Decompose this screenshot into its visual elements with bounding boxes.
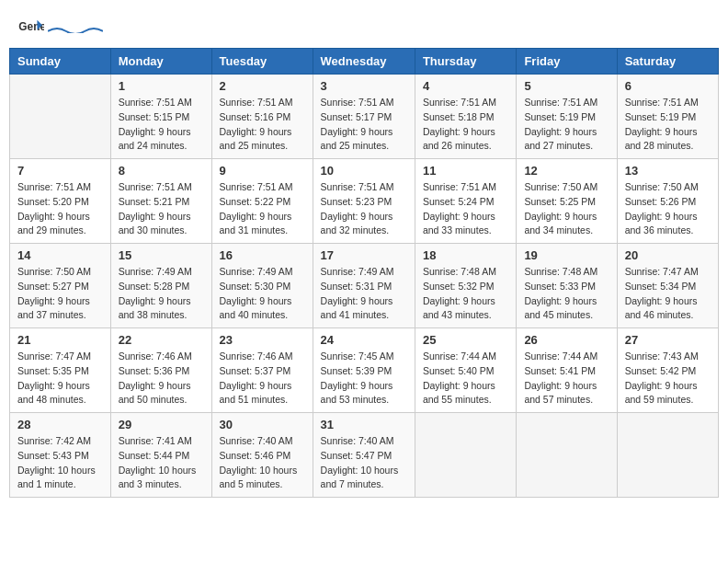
day-detail: Sunrise: 7:51 AM Sunset: 5:16 PM Dayligh… bbox=[220, 96, 305, 154]
day-detail: Sunrise: 7:43 AM Sunset: 5:42 PM Dayligh… bbox=[625, 350, 711, 408]
day-detail: Sunrise: 7:46 AM Sunset: 5:37 PM Dayligh… bbox=[220, 350, 305, 408]
day-cell: 6Sunrise: 7:51 AM Sunset: 5:19 PM Daylig… bbox=[617, 75, 718, 159]
header: General bbox=[9, 9, 719, 43]
day-detail: Sunrise: 7:48 AM Sunset: 5:32 PM Dayligh… bbox=[423, 265, 508, 323]
day-cell bbox=[10, 75, 111, 159]
day-cell: 14Sunrise: 7:50 AM Sunset: 5:27 PM Dayli… bbox=[10, 244, 111, 328]
day-detail: Sunrise: 7:51 AM Sunset: 5:19 PM Dayligh… bbox=[625, 96, 711, 154]
day-cell: 15Sunrise: 7:49 AM Sunset: 5:28 PM Dayli… bbox=[110, 244, 211, 328]
day-cell: 3Sunrise: 7:51 AM Sunset: 5:17 PM Daylig… bbox=[313, 75, 415, 159]
weekday-header-wednesday: Wednesday bbox=[313, 49, 415, 75]
day-cell: 26Sunrise: 7:44 AM Sunset: 5:41 PM Dayli… bbox=[517, 328, 617, 413]
day-detail: Sunrise: 7:51 AM Sunset: 5:24 PM Dayligh… bbox=[423, 180, 508, 238]
day-detail: Sunrise: 7:49 AM Sunset: 5:31 PM Dayligh… bbox=[321, 265, 407, 323]
day-detail: Sunrise: 7:42 AM Sunset: 5:43 PM Dayligh… bbox=[17, 434, 103, 492]
day-number: 12 bbox=[524, 164, 609, 178]
day-number: 25 bbox=[423, 333, 508, 347]
week-row-3: 14Sunrise: 7:50 AM Sunset: 5:27 PM Dayli… bbox=[10, 244, 719, 328]
day-detail: Sunrise: 7:51 AM Sunset: 5:19 PM Dayligh… bbox=[524, 96, 609, 154]
day-detail: Sunrise: 7:50 AM Sunset: 5:27 PM Dayligh… bbox=[17, 265, 103, 323]
day-cell: 9Sunrise: 7:51 AM Sunset: 5:22 PM Daylig… bbox=[211, 159, 313, 244]
week-row-5: 28Sunrise: 7:42 AM Sunset: 5:43 PM Dayli… bbox=[10, 413, 719, 498]
day-cell: 28Sunrise: 7:42 AM Sunset: 5:43 PM Dayli… bbox=[10, 413, 111, 498]
weekday-header-thursday: Thursday bbox=[415, 49, 516, 75]
day-detail: Sunrise: 7:46 AM Sunset: 5:36 PM Dayligh… bbox=[119, 350, 204, 408]
day-cell: 2Sunrise: 7:51 AM Sunset: 5:16 PM Daylig… bbox=[211, 75, 313, 159]
day-detail: Sunrise: 7:40 AM Sunset: 5:47 PM Dayligh… bbox=[321, 434, 407, 492]
day-number: 29 bbox=[119, 418, 204, 431]
day-cell: 22Sunrise: 7:46 AM Sunset: 5:36 PM Dayli… bbox=[110, 328, 211, 413]
day-cell: 17Sunrise: 7:49 AM Sunset: 5:31 PM Dayli… bbox=[313, 244, 415, 328]
day-cell: 13Sunrise: 7:50 AM Sunset: 5:26 PM Dayli… bbox=[617, 159, 718, 244]
day-number: 10 bbox=[321, 164, 407, 178]
day-detail: Sunrise: 7:44 AM Sunset: 5:40 PM Dayligh… bbox=[423, 350, 508, 408]
day-number: 5 bbox=[524, 79, 609, 93]
day-detail: Sunrise: 7:47 AM Sunset: 5:34 PM Dayligh… bbox=[625, 265, 711, 323]
day-number: 8 bbox=[119, 164, 204, 178]
day-cell: 5Sunrise: 7:51 AM Sunset: 5:19 PM Daylig… bbox=[517, 75, 617, 159]
day-number: 28 bbox=[17, 418, 103, 431]
day-cell: 16Sunrise: 7:49 AM Sunset: 5:30 PM Dayli… bbox=[211, 244, 313, 328]
weekday-header-friday: Friday bbox=[517, 49, 617, 75]
day-number: 19 bbox=[524, 248, 609, 262]
day-number: 15 bbox=[119, 248, 204, 262]
day-number: 7 bbox=[17, 164, 103, 178]
day-number: 4 bbox=[423, 79, 508, 93]
day-number: 21 bbox=[17, 333, 103, 347]
day-cell: 30Sunrise: 7:40 AM Sunset: 5:46 PM Dayli… bbox=[211, 413, 313, 498]
day-number: 11 bbox=[423, 164, 508, 178]
weekday-header-saturday: Saturday bbox=[617, 49, 718, 75]
day-number: 3 bbox=[321, 79, 407, 93]
day-number: 16 bbox=[220, 248, 305, 262]
week-row-2: 7Sunrise: 7:51 AM Sunset: 5:20 PM Daylig… bbox=[10, 159, 719, 244]
logo-icon: General bbox=[18, 18, 44, 39]
day-detail: Sunrise: 7:51 AM Sunset: 5:23 PM Dayligh… bbox=[321, 180, 407, 238]
day-number: 1 bbox=[119, 79, 204, 93]
weekday-header-monday: Monday bbox=[110, 49, 211, 75]
day-number: 27 bbox=[625, 333, 711, 347]
day-number: 2 bbox=[220, 79, 305, 93]
day-number: 9 bbox=[220, 164, 305, 178]
day-cell: 23Sunrise: 7:46 AM Sunset: 5:37 PM Dayli… bbox=[211, 328, 313, 413]
day-detail: Sunrise: 7:50 AM Sunset: 5:26 PM Dayligh… bbox=[625, 180, 711, 238]
weekday-header-row: SundayMondayTuesdayWednesdayThursdayFrid… bbox=[10, 49, 719, 75]
day-number: 14 bbox=[17, 248, 103, 262]
day-detail: Sunrise: 7:51 AM Sunset: 5:20 PM Dayligh… bbox=[17, 180, 103, 238]
day-cell: 4Sunrise: 7:51 AM Sunset: 5:18 PM Daylig… bbox=[415, 75, 516, 159]
day-detail: Sunrise: 7:47 AM Sunset: 5:35 PM Dayligh… bbox=[17, 350, 103, 408]
day-cell: 20Sunrise: 7:47 AM Sunset: 5:34 PM Dayli… bbox=[617, 244, 718, 328]
day-cell: 24Sunrise: 7:45 AM Sunset: 5:39 PM Dayli… bbox=[313, 328, 415, 413]
day-cell: 8Sunrise: 7:51 AM Sunset: 5:21 PM Daylig… bbox=[110, 159, 211, 244]
day-cell: 29Sunrise: 7:41 AM Sunset: 5:44 PM Dayli… bbox=[110, 413, 211, 498]
day-number: 31 bbox=[321, 418, 407, 431]
day-number: 23 bbox=[220, 333, 305, 347]
day-number: 20 bbox=[625, 248, 711, 262]
day-detail: Sunrise: 7:51 AM Sunset: 5:21 PM Dayligh… bbox=[119, 180, 204, 238]
day-detail: Sunrise: 7:49 AM Sunset: 5:28 PM Dayligh… bbox=[119, 265, 204, 323]
day-number: 6 bbox=[625, 79, 711, 93]
weekday-header-sunday: Sunday bbox=[10, 49, 111, 75]
day-cell: 21Sunrise: 7:47 AM Sunset: 5:35 PM Dayli… bbox=[10, 328, 111, 413]
day-number: 17 bbox=[321, 248, 407, 262]
week-row-1: 1Sunrise: 7:51 AM Sunset: 5:15 PM Daylig… bbox=[10, 75, 719, 159]
day-detail: Sunrise: 7:45 AM Sunset: 5:39 PM Dayligh… bbox=[321, 350, 407, 408]
day-number: 24 bbox=[321, 333, 407, 347]
day-number: 26 bbox=[524, 333, 609, 347]
day-detail: Sunrise: 7:50 AM Sunset: 5:25 PM Dayligh… bbox=[524, 180, 609, 238]
day-detail: Sunrise: 7:51 AM Sunset: 5:18 PM Dayligh… bbox=[423, 96, 508, 154]
day-cell: 25Sunrise: 7:44 AM Sunset: 5:40 PM Dayli… bbox=[415, 328, 516, 413]
day-cell: 12Sunrise: 7:50 AM Sunset: 5:25 PM Dayli… bbox=[517, 159, 617, 244]
day-detail: Sunrise: 7:51 AM Sunset: 5:17 PM Dayligh… bbox=[321, 96, 407, 154]
day-cell bbox=[517, 413, 617, 498]
day-detail: Sunrise: 7:51 AM Sunset: 5:22 PM Dayligh… bbox=[220, 180, 305, 238]
day-number: 18 bbox=[423, 248, 508, 262]
day-cell: 31Sunrise: 7:40 AM Sunset: 5:47 PM Dayli… bbox=[313, 413, 415, 498]
day-detail: Sunrise: 7:51 AM Sunset: 5:15 PM Dayligh… bbox=[119, 96, 204, 154]
weekday-header-tuesday: Tuesday bbox=[211, 49, 313, 75]
day-cell: 27Sunrise: 7:43 AM Sunset: 5:42 PM Dayli… bbox=[617, 328, 718, 413]
day-detail: Sunrise: 7:49 AM Sunset: 5:30 PM Dayligh… bbox=[220, 265, 305, 323]
day-cell bbox=[617, 413, 718, 498]
day-detail: Sunrise: 7:48 AM Sunset: 5:33 PM Dayligh… bbox=[524, 265, 609, 323]
day-cell bbox=[415, 413, 516, 498]
day-cell: 18Sunrise: 7:48 AM Sunset: 5:32 PM Dayli… bbox=[415, 244, 516, 328]
